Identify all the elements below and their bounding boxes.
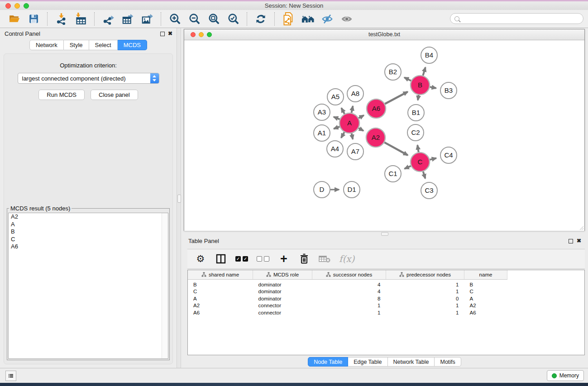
optimization-criterion-select[interactable]: largest connected component (directed) bbox=[18, 73, 159, 84]
table-cell[interactable]: 0 bbox=[386, 295, 464, 302]
table-row[interactable]: A6connector11A6 bbox=[188, 309, 518, 316]
column-header-predecessor-nodes[interactable]: predecessor nodes bbox=[386, 270, 464, 280]
column-header-name[interactable]: name bbox=[464, 270, 507, 280]
delete-table-button[interactable] bbox=[319, 252, 330, 266]
splitter-grip[interactable] bbox=[177, 195, 181, 203]
tab-mcds[interactable]: MCDS bbox=[118, 40, 147, 50]
maximize-window-button[interactable] bbox=[24, 3, 29, 9]
apply-layout-button[interactable] bbox=[253, 12, 268, 26]
search-field[interactable] bbox=[450, 13, 583, 24]
create-column-button[interactable]: + bbox=[278, 252, 290, 266]
table-cell[interactable]: dominator bbox=[253, 288, 312, 295]
graph-edge-C-C1[interactable] bbox=[405, 166, 411, 169]
table-cell[interactable]: 1 bbox=[386, 280, 464, 288]
table-cell[interactable]: A2 bbox=[464, 302, 507, 310]
table-cell[interactable]: 4 bbox=[312, 280, 386, 288]
close-panel-icon[interactable]: ✖ bbox=[168, 30, 172, 37]
export-image-button[interactable] bbox=[139, 12, 155, 26]
export-network-button[interactable] bbox=[100, 12, 116, 26]
tab-network[interactable]: Network bbox=[29, 40, 64, 50]
zoom-selected-button[interactable] bbox=[225, 12, 241, 26]
show-columns-button[interactable] bbox=[215, 252, 227, 266]
vertical-splitter[interactable] bbox=[177, 28, 181, 368]
graph-edge-C-C3[interactable] bbox=[423, 172, 425, 178]
table-row[interactable]: Bdominator41B bbox=[188, 280, 518, 288]
memory-button[interactable]: Memory bbox=[547, 370, 584, 381]
table-row[interactable]: A2connector11A2 bbox=[188, 302, 518, 310]
table-cell[interactable]: A6 bbox=[188, 309, 253, 316]
table-row[interactable]: Cdominator41C bbox=[188, 288, 518, 295]
save-session-button[interactable] bbox=[26, 12, 41, 26]
close-network-button[interactable] bbox=[191, 32, 196, 37]
graph-edge-A-A3[interactable] bbox=[334, 117, 340, 119]
export-table-button[interactable] bbox=[120, 12, 135, 26]
table-cell[interactable]: B bbox=[464, 280, 507, 288]
table-cell[interactable]: 1 bbox=[312, 302, 386, 310]
run-mcds-button[interactable]: Run MCDS bbox=[38, 90, 85, 100]
network-window-titlebar[interactable]: testGlobe.txt bbox=[184, 29, 584, 40]
tab-select[interactable]: Select bbox=[89, 40, 118, 50]
tab-network-table[interactable]: Network Table bbox=[388, 357, 435, 367]
float-panel-icon[interactable] bbox=[569, 239, 573, 243]
graph-edge-C-C2[interactable] bbox=[417, 145, 418, 152]
new-network-from-selection-button[interactable] bbox=[281, 12, 296, 26]
float-panel-icon[interactable] bbox=[160, 32, 165, 36]
graph-edge-A-A5[interactable] bbox=[341, 108, 344, 114]
close-panel-button[interactable]: Close panel bbox=[91, 90, 138, 100]
graph-edge-B-B2[interactable] bbox=[404, 77, 411, 81]
search-input[interactable] bbox=[459, 14, 583, 23]
show-all-button[interactable] bbox=[339, 12, 354, 26]
unselect-all-columns-button[interactable] bbox=[257, 252, 269, 266]
delete-columns-button[interactable] bbox=[298, 252, 310, 266]
first-neighbors-button[interactable] bbox=[300, 12, 316, 26]
graph-edge-A-A4[interactable] bbox=[341, 132, 344, 138]
result-list-item[interactable]: A bbox=[9, 221, 168, 229]
task-history-button[interactable] bbox=[5, 371, 16, 381]
minimize-window-button[interactable] bbox=[14, 3, 20, 9]
table-cell[interactable]: B bbox=[188, 280, 253, 288]
select-all-columns-button[interactable]: ✓✓ bbox=[235, 252, 248, 266]
table-cell[interactable]: connector bbox=[253, 309, 312, 316]
table-cell[interactable]: 4 bbox=[312, 288, 386, 295]
network-canvas[interactable]: AA1A2A3A4A5A6A7A8BB1B2B3B4CC1C2C3C4DD1 bbox=[184, 40, 584, 231]
graph-edge-C-C4[interactable] bbox=[430, 158, 436, 159]
graph-edge-B-B3[interactable] bbox=[430, 87, 436, 88]
table-cell[interactable]: 1 bbox=[386, 288, 464, 295]
result-list-item[interactable]: C bbox=[9, 236, 168, 243]
table-cell[interactable]: C bbox=[188, 288, 253, 295]
graph-edge-B-B1[interactable] bbox=[418, 95, 419, 100]
zoom-out-button[interactable] bbox=[186, 12, 202, 26]
table-cell[interactable]: A bbox=[188, 295, 253, 302]
column-header-MCDS-role[interactable]: MCDS role bbox=[253, 270, 312, 280]
table-cell[interactable]: 1 bbox=[386, 309, 464, 316]
hide-selected-button[interactable] bbox=[320, 12, 335, 26]
resize-grip-icon[interactable] bbox=[579, 225, 584, 230]
open-session-button[interactable] bbox=[6, 12, 22, 26]
table-cell[interactable]: C bbox=[464, 288, 507, 295]
result-list-item[interactable]: A6 bbox=[9, 243, 168, 251]
column-header-successor-nodes[interactable]: successor nodes bbox=[312, 270, 386, 280]
tab-style[interactable]: Style bbox=[64, 40, 89, 50]
close-window-button[interactable] bbox=[5, 3, 11, 9]
tab-edge-table[interactable]: Edge Table bbox=[348, 357, 387, 367]
column-header-shared-name[interactable]: shared name bbox=[188, 270, 253, 280]
maximize-network-button[interactable] bbox=[207, 32, 212, 37]
table-row[interactable]: Adominator80A bbox=[188, 295, 518, 302]
table-cell[interactable]: dominator bbox=[253, 295, 312, 302]
table-cell[interactable]: 1 bbox=[312, 309, 386, 316]
graph-edge-A-A2[interactable] bbox=[359, 128, 363, 131]
result-list-item[interactable]: A2 bbox=[9, 213, 168, 221]
zoom-fit-button[interactable] bbox=[206, 12, 221, 26]
tab-motifs[interactable]: Motifs bbox=[435, 357, 461, 367]
table-cell[interactable]: connector bbox=[253, 302, 312, 310]
result-list-scrollbar[interactable] bbox=[162, 213, 168, 358]
result-list-item[interactable]: B bbox=[9, 228, 168, 236]
table-cell[interactable]: A bbox=[464, 295, 507, 302]
graph-edge-A-A8[interactable] bbox=[352, 106, 353, 113]
table-settings-button[interactable]: ⚙ bbox=[195, 252, 206, 266]
mcds-result-list[interactable]: A2ABCA6 bbox=[8, 213, 168, 359]
graph-edge-B-B4[interactable] bbox=[423, 67, 425, 76]
import-table-button[interactable] bbox=[73, 12, 88, 26]
zoom-in-button[interactable] bbox=[167, 12, 182, 26]
import-network-button[interactable] bbox=[53, 12, 69, 26]
